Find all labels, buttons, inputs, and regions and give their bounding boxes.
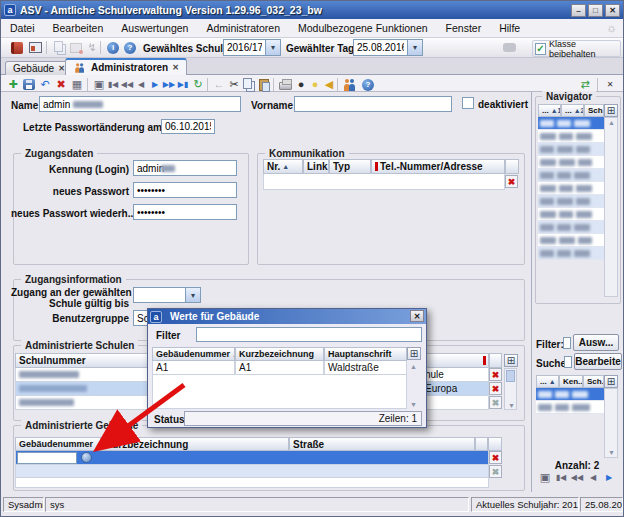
gebaeudenummer-input[interactable] [17,452,77,464]
nav-previous-icon[interactable]: ◀ [585,470,601,485]
tab-close-icon[interactable]: ✕ [172,63,179,72]
delete-record-icon[interactable]: ✖ [53,77,69,92]
delete-row-button[interactable]: ✖ [489,368,502,381]
maximize-button[interactable]: □ [588,4,603,17]
navigator-row[interactable] [538,156,604,169]
result-scrollbar[interactable]: ▼ [604,388,618,458]
nav-col-1[interactable]: ... ▲1 [538,104,561,117]
gueltig-bis-value[interactable] [133,287,186,303]
paste-icon[interactable] [256,77,272,92]
schuljahr-value[interactable] [223,39,266,56]
dialog-titlebar[interactable]: a Werte für Gebäude ✕ [148,309,426,324]
users-admin-icon[interactable] [342,77,358,92]
column-picker-icon[interactable]: ⊞ [504,354,518,367]
dialog-close-button[interactable]: ✕ [410,310,424,322]
copy-icon[interactable] [241,77,257,92]
report-icon[interactable] [27,40,43,55]
close-button[interactable]: ✕ [605,4,620,17]
nav-filter-indicator[interactable] [563,337,571,349]
scroll-down-icon[interactable]: ▼ [508,402,515,409]
navigator-row[interactable] [538,221,604,234]
bearbeiten-button[interactable]: Bearbeite [574,353,622,370]
menu-hilfe[interactable]: Hilfe [490,20,529,36]
kennung-input[interactable] [133,160,237,176]
navigator-row[interactable] [538,247,604,260]
nav-fast-backward-icon[interactable]: ◀◀ [569,470,585,485]
horn-icon[interactable]: ◀ [321,77,337,92]
messages-icon[interactable] [9,40,25,55]
gueltig-bis-combobox[interactable]: ▾ [133,287,201,303]
nav-first-icon[interactable]: ▮◀ [553,470,569,485]
nav-window-icon[interactable]: ▣ [537,470,553,485]
tab-close-icon[interactable]: ✕ [58,64,65,73]
result-col-3[interactable]: Sch... [583,375,604,388]
delete-row-button[interactable]: ✖ [489,451,502,464]
tab-administratoren[interactable]: Administratoren ✕ [65,58,187,75]
navigator-row[interactable] [538,195,604,208]
result-col-2[interactable]: Ken... [559,375,583,388]
schuljahr-combobox[interactable]: ▾ [223,39,281,56]
deaktiviert-checkbox[interactable] [462,97,474,109]
kommunikation-empty-row[interactable] [263,174,505,190]
column-picker-icon[interactable]: ⊞ [604,104,618,117]
menu-datei[interactable]: Datei [1,20,44,36]
help2-icon[interactable]: ? [360,77,376,92]
result-row[interactable] [536,401,606,414]
titlebar[interactable]: a ASV - Amtliche Schulverwaltung Version… [1,1,623,19]
nav-col-3[interactable]: Sch... [584,104,604,117]
col-typ[interactable]: Typ [329,159,371,174]
menu-administratoren[interactable]: Administratoren [197,20,289,36]
tag-combobox[interactable]: ▾ [353,39,423,56]
menu-bearbeiten[interactable]: Bearbeiten [44,20,113,36]
scroll-up-icon[interactable]: ▲ [410,363,417,370]
schulen-scrollbar[interactable]: ▼ [504,368,517,410]
dialog-cell[interactable]: A1 [235,361,324,375]
gebaeude-row[interactable] [15,465,489,478]
scroll-up-icon[interactable]: ▲ [608,119,615,126]
menu-modulbezogene-funktionen[interactable]: Modulbezogene Funktionen [289,20,437,36]
close-panel-icon[interactable]: ✕ [602,77,618,92]
auswahl-button[interactable]: Ausw... [573,334,619,351]
chevron-down-icon[interactable]: ▾ [266,39,281,56]
navigator-row[interactable] [538,130,604,143]
neues-passwort-input[interactable] [133,182,237,198]
navigator-row[interactable] [538,143,604,156]
navigator-row[interactable] [538,182,604,195]
cut-icon[interactable]: ✂ [226,77,242,92]
tag-value[interactable] [353,39,408,56]
menu-fenster[interactable]: Fenster [437,20,491,36]
dialog-filter-input[interactable] [196,327,422,342]
undo-icon[interactable]: ↶ [37,77,53,92]
result-row-selected[interactable] [536,388,606,401]
table-view-icon[interactable]: ▦ [69,77,85,92]
klasse-checkbox[interactable]: ✓ [535,43,546,55]
nav-suche-indicator[interactable] [564,356,572,368]
last-record-icon[interactable]: ▶▮ [175,77,191,92]
print-icon[interactable] [277,77,293,92]
navigator-scrollbar[interactable]: ▲ [604,117,618,297]
scroll-down-icon[interactable]: ▼ [608,449,615,456]
nav-next-icon[interactable]: ▶ [601,470,617,485]
minimize-button[interactable]: – [571,4,586,17]
delete-row-button[interactable]: ✖ [505,175,518,188]
navigator-row[interactable] [538,208,604,221]
tab-gebaeude[interactable]: Gebäude ✕ [5,61,73,75]
chevron-down-icon[interactable]: ▾ [408,39,423,56]
save-icon[interactable] [21,77,37,92]
navigator-row-selected[interactable] [538,117,604,130]
vorname-input[interactable] [294,96,452,112]
column-picker-icon[interactable]: ⊞ [407,347,421,360]
col-tel[interactable]: Tel.-Nummer/Adresse [371,159,505,174]
new-record-icon[interactable]: ✚ [5,77,21,92]
refresh-icon[interactable]: ↻ [190,77,206,92]
pwchange-input[interactable] [161,119,215,134]
col-strasse[interactable]: Straße [289,437,475,451]
nav-col-2[interactable]: ... ▲2 [561,104,584,117]
dialog-col-kurzbezeichnung[interactable]: Kurzbezeichnung [235,347,324,361]
col-nr[interactable]: Nr. ▲ [263,159,303,174]
help-icon[interactable]: ? [122,40,138,55]
navigator-row[interactable] [538,234,604,247]
dialog-cell[interactable]: A1 [152,361,235,375]
detach-panel-icon[interactable]: ⇄ [577,77,593,92]
result-col-1[interactable]: ... ▲ [536,375,559,388]
